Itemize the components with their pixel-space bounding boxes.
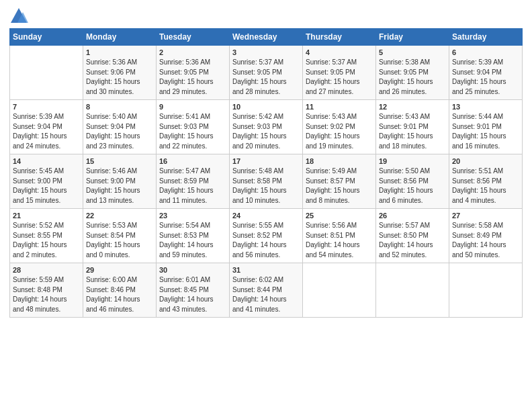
day-number: 11: [306, 103, 373, 111]
day-info: Sunrise: 5:48 AM Sunset: 8:58 PM Dayligh…: [232, 167, 300, 205]
day-number: 19: [379, 157, 446, 165]
day-number: 6: [452, 48, 519, 56]
header-cell-tuesday: Tuesday: [157, 29, 230, 46]
calendar-table: SundayMondayTuesdayWednesdayThursdayFrid…: [9, 28, 523, 318]
day-number: 18: [306, 157, 373, 165]
header-cell-thursday: Thursday: [303, 29, 376, 46]
day-cell: 11Sunrise: 5:43 AM Sunset: 9:02 PM Dayli…: [303, 100, 376, 154]
day-number: 9: [159, 103, 226, 111]
day-info: Sunrise: 5:43 AM Sunset: 9:02 PM Dayligh…: [306, 112, 373, 151]
day-number: 31: [232, 266, 300, 274]
day-info: Sunrise: 5:59 AM Sunset: 8:48 PM Dayligh…: [13, 275, 80, 314]
day-cell: 21Sunrise: 5:52 AM Sunset: 8:55 PM Dayli…: [10, 209, 83, 263]
day-info: Sunrise: 5:47 AM Sunset: 8:59 PM Dayligh…: [159, 167, 226, 205]
day-info: Sunrise: 6:00 AM Sunset: 8:46 PM Dayligh…: [86, 275, 153, 314]
calendar-page: SundayMondayTuesdayWednesdayThursdayFrid…: [0, 0, 532, 411]
day-cell: 12Sunrise: 5:43 AM Sunset: 9:01 PM Dayli…: [376, 100, 449, 154]
day-number: 15: [86, 157, 153, 165]
day-cell: 2Sunrise: 5:36 AM Sunset: 9:05 PM Daylig…: [157, 46, 230, 100]
day-number: 3: [232, 48, 300, 56]
day-cell: 1Sunrise: 5:36 AM Sunset: 9:06 PM Daylig…: [83, 46, 157, 100]
day-cell: 13Sunrise: 5:44 AM Sunset: 9:01 PM Dayli…: [449, 100, 523, 154]
day-cell: 31Sunrise: 6:02 AM Sunset: 8:44 PM Dayli…: [230, 263, 303, 318]
day-number: 12: [379, 103, 446, 111]
week-row-1: 1Sunrise: 5:36 AM Sunset: 9:06 PM Daylig…: [10, 46, 523, 100]
day-cell: 17Sunrise: 5:48 AM Sunset: 8:58 PM Dayli…: [230, 154, 303, 209]
day-number: 2: [159, 48, 226, 56]
day-info: Sunrise: 5:36 AM Sunset: 9:06 PM Dayligh…: [86, 58, 153, 97]
day-number: 23: [159, 212, 226, 220]
day-info: Sunrise: 5:58 AM Sunset: 8:49 PM Dayligh…: [452, 221, 519, 260]
day-cell: 23Sunrise: 5:54 AM Sunset: 8:53 PM Dayli…: [157, 209, 230, 263]
day-number: 28: [13, 266, 80, 274]
day-number: 16: [159, 157, 226, 165]
day-cell: 5Sunrise: 5:38 AM Sunset: 9:05 PM Daylig…: [376, 46, 449, 100]
day-cell: 22Sunrise: 5:53 AM Sunset: 8:54 PM Dayli…: [83, 209, 157, 263]
day-number: 27: [452, 212, 519, 220]
day-cell: [10, 46, 83, 100]
day-cell: 4Sunrise: 5:37 AM Sunset: 9:05 PM Daylig…: [303, 46, 376, 100]
day-info: Sunrise: 5:42 AM Sunset: 9:03 PM Dayligh…: [232, 112, 300, 151]
day-info: Sunrise: 5:37 AM Sunset: 9:05 PM Dayligh…: [306, 58, 373, 97]
day-cell: 29Sunrise: 6:00 AM Sunset: 8:46 PM Dayli…: [83, 263, 157, 318]
day-cell: 28Sunrise: 5:59 AM Sunset: 8:48 PM Dayli…: [10, 263, 83, 318]
week-row-5: 28Sunrise: 5:59 AM Sunset: 8:48 PM Dayli…: [10, 263, 523, 318]
day-cell: 18Sunrise: 5:49 AM Sunset: 8:57 PM Dayli…: [303, 154, 376, 209]
week-row-2: 7Sunrise: 5:39 AM Sunset: 9:04 PM Daylig…: [10, 100, 523, 154]
day-info: Sunrise: 5:37 AM Sunset: 9:05 PM Dayligh…: [232, 58, 300, 97]
day-cell: [376, 263, 449, 318]
day-info: Sunrise: 5:38 AM Sunset: 9:05 PM Dayligh…: [379, 58, 446, 97]
day-info: Sunrise: 5:41 AM Sunset: 9:03 PM Dayligh…: [159, 112, 226, 151]
day-cell: 10Sunrise: 5:42 AM Sunset: 9:03 PM Dayli…: [230, 100, 303, 154]
logo: [9, 7, 30, 26]
day-number: 25: [306, 212, 373, 220]
day-info: Sunrise: 5:44 AM Sunset: 9:01 PM Dayligh…: [452, 112, 519, 151]
day-cell: [303, 263, 376, 318]
day-cell: 19Sunrise: 5:50 AM Sunset: 8:56 PM Dayli…: [376, 154, 449, 209]
day-number: 4: [306, 48, 373, 56]
day-number: 30: [159, 266, 226, 274]
day-cell: 15Sunrise: 5:46 AM Sunset: 9:00 PM Dayli…: [83, 154, 157, 209]
day-cell: 9Sunrise: 5:41 AM Sunset: 9:03 PM Daylig…: [157, 100, 230, 154]
day-cell: 14Sunrise: 5:45 AM Sunset: 9:00 PM Dayli…: [10, 154, 83, 209]
day-info: Sunrise: 5:40 AM Sunset: 9:04 PM Dayligh…: [86, 112, 153, 151]
day-cell: 30Sunrise: 6:01 AM Sunset: 8:45 PM Dayli…: [157, 263, 230, 318]
day-info: Sunrise: 5:50 AM Sunset: 8:56 PM Dayligh…: [379, 167, 446, 205]
day-cell: 6Sunrise: 5:39 AM Sunset: 9:04 PM Daylig…: [449, 46, 523, 100]
day-info: Sunrise: 5:52 AM Sunset: 8:55 PM Dayligh…: [13, 221, 80, 260]
day-number: 22: [86, 212, 153, 220]
day-info: Sunrise: 5:36 AM Sunset: 9:05 PM Dayligh…: [159, 58, 226, 97]
day-info: Sunrise: 6:01 AM Sunset: 8:45 PM Dayligh…: [159, 275, 226, 314]
day-number: 1: [86, 48, 153, 56]
day-cell: 3Sunrise: 5:37 AM Sunset: 9:05 PM Daylig…: [230, 46, 303, 100]
logo-icon: [9, 7, 28, 26]
day-number: 20: [452, 157, 519, 165]
header-cell-sunday: Sunday: [10, 29, 83, 46]
day-cell: 7Sunrise: 5:39 AM Sunset: 9:04 PM Daylig…: [10, 100, 83, 154]
day-info: Sunrise: 5:55 AM Sunset: 8:52 PM Dayligh…: [232, 221, 300, 260]
day-number: 26: [379, 212, 446, 220]
day-cell: 26Sunrise: 5:57 AM Sunset: 8:50 PM Dayli…: [376, 209, 449, 263]
day-info: Sunrise: 5:49 AM Sunset: 8:57 PM Dayligh…: [306, 167, 373, 205]
header-cell-wednesday: Wednesday: [230, 29, 303, 46]
day-info: Sunrise: 5:39 AM Sunset: 9:04 PM Dayligh…: [452, 58, 519, 97]
day-cell: 16Sunrise: 5:47 AM Sunset: 8:59 PM Dayli…: [157, 154, 230, 209]
day-number: 10: [232, 103, 300, 111]
day-number: 8: [86, 103, 153, 111]
day-info: Sunrise: 5:51 AM Sunset: 8:56 PM Dayligh…: [452, 167, 519, 205]
day-cell: 20Sunrise: 5:51 AM Sunset: 8:56 PM Dayli…: [449, 154, 523, 209]
day-cell: 24Sunrise: 5:55 AM Sunset: 8:52 PM Dayli…: [230, 209, 303, 263]
day-info: Sunrise: 6:02 AM Sunset: 8:44 PM Dayligh…: [232, 275, 300, 314]
day-number: 24: [232, 212, 300, 220]
day-info: Sunrise: 5:43 AM Sunset: 9:01 PM Dayligh…: [379, 112, 446, 151]
day-info: Sunrise: 5:45 AM Sunset: 9:00 PM Dayligh…: [13, 167, 80, 205]
day-number: 13: [452, 103, 519, 111]
day-info: Sunrise: 5:53 AM Sunset: 8:54 PM Dayligh…: [86, 221, 153, 260]
day-number: 17: [232, 157, 300, 165]
header-cell-friday: Friday: [376, 29, 449, 46]
day-number: 29: [86, 266, 153, 274]
header-row: SundayMondayTuesdayWednesdayThursdayFrid…: [10, 29, 523, 46]
day-number: 7: [13, 103, 80, 111]
day-number: 14: [13, 157, 80, 165]
week-row-3: 14Sunrise: 5:45 AM Sunset: 9:00 PM Dayli…: [10, 154, 523, 209]
